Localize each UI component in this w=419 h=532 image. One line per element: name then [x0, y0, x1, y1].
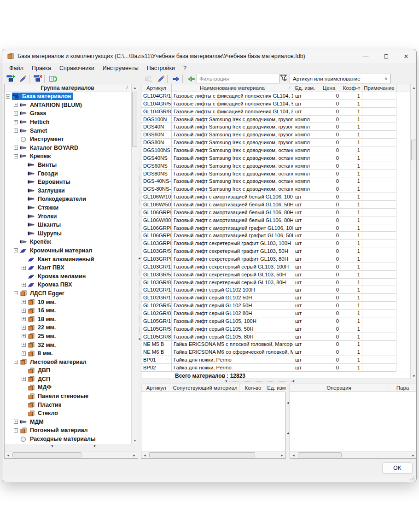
- table-row[interactable]: GL106GRPH/50/Газовый лифт с амортизацией…: [141, 232, 396, 240]
- column-header-Операция[interactable]: Операция: [290, 384, 388, 392]
- tree-item[interactable]: Шканты: [5, 221, 130, 229]
- column-header-Ед. изм.[interactable]: Ед. изм.: [293, 84, 317, 92]
- lower-panel-splitter[interactable]: ▼ ▼: [141, 379, 417, 384]
- expand-icon[interactable]: +: [22, 334, 26, 338]
- column-header-blank[interactable]: [396, 84, 410, 92]
- scroll-right-icon[interactable]: ►: [410, 451, 417, 459]
- new-material-button[interactable]: [143, 74, 154, 84]
- add-group-button[interactable]: [5, 74, 16, 84]
- expand-icon[interactable]: +: [14, 146, 18, 150]
- column-header-Наименование материала[interactable]: Наименование материала/: [172, 84, 293, 92]
- table-row[interactable]: GL103GRPH/80/Газовый лифт секретерный гр…: [141, 255, 396, 263]
- collapse-down-icon[interactable]: ▼: [93, 444, 96, 448]
- tree-item[interactable]: Пластик: [5, 400, 130, 409]
- tree-bottom-splitter[interactable]: ▼ ▼: [5, 444, 138, 451]
- ok-button[interactable]: OK: [382, 462, 413, 474]
- tree-item[interactable]: +Кромка ПВХ: [5, 281, 130, 289]
- expand-icon[interactable]: +: [14, 111, 18, 116]
- scroll-left-icon[interactable]: ◄: [290, 451, 297, 459]
- expand-icon[interactable]: +: [14, 428, 18, 433]
- collapse-left-icon[interactable]: ◄: [138, 257, 141, 260]
- collapse-icon[interactable]: −: [14, 248, 18, 252]
- table-row[interactable]: DGS40NSГазовый лифт Samsung Irex с довод…: [141, 154, 396, 162]
- close-button[interactable]: ✕: [396, 49, 416, 63]
- tree-item[interactable]: Панели стеновые: [5, 392, 130, 401]
- menu-item-5[interactable]: ?: [179, 64, 191, 72]
- tree-item[interactable]: Стекло: [5, 409, 130, 418]
- expand-icon[interactable]: +: [22, 300, 26, 304]
- operations-hscroll-thumb[interactable]: [298, 452, 342, 457]
- table-row[interactable]: GL105GR/100/1Газовый лифт серый GL105, 1…: [141, 317, 396, 325]
- expand-icon[interactable]: +: [14, 103, 18, 107]
- tree-scroll-thumb[interactable]: [132, 92, 137, 147]
- tree-item[interactable]: +Каталог BOYARD: [5, 144, 130, 152]
- related-hscroll-thumb[interactable]: [149, 452, 255, 457]
- collapse-icon[interactable]: −: [6, 94, 10, 99]
- export-base-button[interactable]: [47, 74, 58, 84]
- table-row[interactable]: DGS100NГазовый лифт Samsung Irex с довод…: [141, 116, 396, 123]
- tree-item[interactable]: Полкодержатели: [5, 195, 130, 204]
- tree-item[interactable]: +16 мм.: [5, 306, 130, 315]
- menu-item-3[interactable]: Инструменты: [99, 64, 143, 72]
- tree-item[interactable]: Шурупы: [5, 229, 130, 238]
- table-row[interactable]: GL106W/100/3Газовый лифт с амортизацией …: [141, 193, 396, 201]
- tree-item[interactable]: −Кромочный материал: [5, 246, 130, 255]
- scroll-up-icon[interactable]: ▲: [411, 84, 417, 91]
- table-row[interactable]: GL106W/50/3Газовый лифт с амортизацией б…: [141, 201, 396, 209]
- table-row[interactable]: BP02Гайка для ножки, Permoшт01: [141, 364, 396, 372]
- table-row[interactable]: NE M5 BГайка ERICSONA M5 с плоской голов…: [141, 341, 396, 349]
- table-row[interactable]: GL106GRPH/80/Газовый лифт с амортизацией…: [141, 209, 396, 216]
- main-vertical-splitter[interactable]: ◄ ◄: [138, 84, 141, 459]
- back-button[interactable]: [186, 74, 197, 84]
- table-row[interactable]: GL104GR/80/3Газовые лифты с фиксацией по…: [141, 108, 396, 116]
- scroll-right-icon[interactable]: ►: [131, 451, 138, 459]
- menu-item-1[interactable]: Правка: [28, 64, 55, 72]
- column-header-Примечание[interactable]: Примечание: [362, 84, 396, 92]
- table-row[interactable]: NE M6 BГайка ERICSONA M6 со сферической …: [141, 348, 396, 356]
- tree-item[interactable]: +ANTARION (BLUM): [5, 101, 130, 110]
- tree-item[interactable]: Кромка меламин: [5, 272, 130, 281]
- column-header-Артикул[interactable]: Артикул: [141, 84, 172, 92]
- tree-item[interactable]: Евровинты: [5, 178, 130, 187]
- tree-hscroll-thumb[interactable]: [12, 452, 81, 457]
- collapse-down-icon[interactable]: ▼: [292, 380, 295, 383]
- column-header-Пара[interactable]: Пара: [388, 384, 417, 392]
- tree-item[interactable]: +ДСП: [5, 375, 130, 384]
- table-row[interactable]: GL103GR/80/3Газовый лифт секретерный сер…: [141, 279, 396, 286]
- groups-header[interactable]: Группа материалов /: [5, 84, 130, 92]
- expand-icon[interactable]: +: [22, 283, 26, 287]
- table-row[interactable]: GL102GR/100/3Газовый лифт серый GL102 50…: [141, 294, 396, 302]
- table-row[interactable]: BP01Гайка для ножки, Permoшт01: [141, 356, 396, 364]
- table-row[interactable]: DGS-80NS-SHOГазовый лифт Samsung Irex с …: [141, 185, 396, 193]
- table-row[interactable]: GL106W/80/3Газовый лифт с амортизацией б…: [141, 216, 396, 224]
- table-row[interactable]: GL106GRPH/100Газовый лифт с амортизацией…: [141, 224, 396, 232]
- table-row[interactable]: DGS80NГазовый лифт Samsung Irex с доводч…: [141, 139, 396, 146]
- tree-item[interactable]: +18 мм.: [5, 315, 130, 323]
- scroll-down-icon[interactable]: ▼: [132, 437, 138, 444]
- tree-item[interactable]: +МДМ: [5, 418, 130, 427]
- tree-item[interactable]: Расходные материалы: [5, 435, 130, 443]
- move-material-button[interactable]: [170, 74, 181, 84]
- tree-item[interactable]: −База материалов: [5, 92, 130, 101]
- table-row[interactable]: GL105GR/50/1Газовый лифт серый GL105, 50…: [141, 325, 396, 333]
- materials-vertical-scrollbar[interactable]: ▲ ▼: [410, 84, 417, 380]
- table-row[interactable]: GL103GR/100/3Газовый лифт секретерный се…: [141, 263, 396, 271]
- collapse-icon[interactable]: −: [14, 154, 18, 158]
- collapse-icon[interactable]: −: [14, 291, 18, 295]
- table-row[interactable]: GL105GR/80/1Газовый лифт серый GL105, 80…: [141, 333, 396, 341]
- tree-item[interactable]: Инструмент: [5, 135, 130, 144]
- tree-item[interactable]: +25 мм.: [5, 332, 130, 341]
- scroll-left-icon[interactable]: ◄: [141, 451, 148, 459]
- edit-group-button[interactable]: [17, 74, 28, 84]
- table-row[interactable]: DGS60NSГазовый лифт Samsung Irex с довод…: [141, 162, 396, 170]
- tree-item[interactable]: Крепёж: [5, 238, 130, 246]
- funnel-icon[interactable]: [279, 74, 288, 82]
- expand-icon[interactable]: +: [22, 317, 26, 321]
- tree-item[interactable]: +10 мм.: [5, 298, 130, 306]
- tree-item[interactable]: Гвозди: [5, 169, 130, 178]
- collapse-icon[interactable]: −: [14, 360, 18, 364]
- column-header-Ед. изм[interactable]: Ед. изм: [267, 384, 286, 392]
- expand-icon[interactable]: +: [22, 326, 26, 330]
- table-row[interactable]: DGS60NГазовый лифт Samsung Irex с доводч…: [141, 131, 396, 139]
- materials-scroll-thumb[interactable]: [411, 140, 416, 160]
